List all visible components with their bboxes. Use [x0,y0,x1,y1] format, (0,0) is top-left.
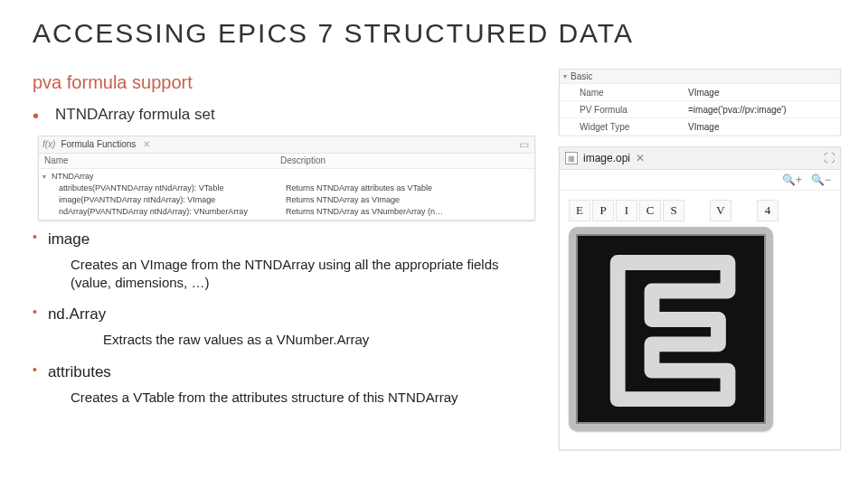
tile-spacer [686,200,708,221]
properties-section[interactable]: ▾ Basic [560,70,840,84]
formula-sig: attributes(PVANTNDArray ntNdArray): VTab… [42,183,286,194]
tile: E [569,200,590,221]
tile: P [592,200,614,221]
bullet-ndarray: nd.Array [48,305,539,325]
formula-tab-label[interactable]: Formula Functions [61,138,136,151]
col-desc[interactable]: Description [275,155,534,167]
opi-tab-label[interactable]: image.opi [583,152,630,164]
page-title: ACCESSING EPICS 7 STRUCTURED DATA [33,18,634,49]
formula-row[interactable]: attributes(PVANTNDArray ntNdArray): VTab… [42,183,534,194]
opi-stage: E P I C S V 4 [560,191,840,449]
property-row[interactable]: Widget Type VImage [560,118,840,136]
property-row[interactable]: PV Formula =image('pva://pv:image') [560,101,840,118]
prop-key: PV Formula [560,105,688,115]
formula-ret: Returns NTNDArray attributes as VTable [286,183,534,194]
tile: S [663,200,684,221]
properties-panel: ▾ Basic Name VImage PV Formula =image('p… [559,69,841,136]
fx-icon: f(x) [42,138,55,151]
zoom-in-icon[interactable]: 🔍+ [782,174,802,186]
tile: I [616,200,637,221]
formula-row[interactable]: ndArray(PVANTNDArray ntNdArray): VNumber… [42,206,534,218]
properties-section-label: Basic [571,71,592,81]
formula-header: Name Description [39,154,534,169]
prop-val: VImage [688,122,840,132]
tile-spacer [733,200,755,221]
bullet-image: image [48,230,539,250]
tile-row: E P I C S V 4 [569,200,831,221]
letter-e-icon [576,234,766,424]
prop-key: Name [560,88,688,98]
opi-tabbar: ▦ image.opi ✕ ⛶ [560,147,840,170]
bullet-dot: • [33,230,37,245]
page-subtitle: pva formula support [33,72,193,93]
close-icon[interactable]: ✕ [636,152,645,164]
formula-ret: Returns NTNDArray as VNumberArray (n… [286,206,534,218]
bullet-attributes: attributes [48,362,539,383]
prop-val: =image('pva://pv:image') [688,105,840,115]
tile: C [639,200,661,221]
desc-image: Creates an VImage from the NTNDArray usi… [71,256,539,293]
close-icon[interactable]: ✕ [143,138,150,151]
tile: V [710,200,731,221]
formula-ret: Returns NTNDArray as VImage [286,194,534,206]
formula-tree: ▾ NTNDArray attributes(PVANTNDArray ntNd… [39,169,534,218]
formula-sig: image(PVANTNDArray ntNdArray): VImage [42,194,286,206]
image-preview-e [569,227,773,431]
slide: ACCESSING EPICS 7 STRUCTURED DATA pva fo… [0,0,868,488]
opi-panel: ▦ image.opi ✕ ⛶ 🔍+ 🔍− E P I C S V 4 [559,146,841,450]
bullet-dot: • [33,362,37,378]
bullet-main: NTNDArray formula set [55,105,539,126]
opi-toolbar: 🔍+ 🔍− [560,170,840,191]
zoom-out-icon[interactable]: 🔍− [811,174,831,186]
bullet-dot: • [33,105,39,127]
formula-tabbar: f(x) Formula Functions ✕ ▭ [39,136,534,154]
tile: 4 [757,200,778,221]
desc-attributes: Creates a VTable from the attributes str… [71,389,539,407]
formula-sig: ndArray(PVANTNDArray ntNdArray): VNumber… [42,206,286,218]
formula-row[interactable]: image(PVANTNDArray ntNdArray): VImage Re… [42,194,534,206]
maximize-icon[interactable]: ⛶ [824,152,835,164]
prop-key: Widget Type [560,122,688,132]
tree-expand-icon[interactable]: ▾ [42,171,52,183]
minimize-icon[interactable]: ▭ [519,137,529,152]
tree-expand-icon[interactable]: ▾ [563,72,567,80]
bullet-dot: • [33,305,37,320]
property-row[interactable]: Name VImage [560,84,840,101]
col-name[interactable]: Name [39,155,275,167]
formula-group[interactable]: NTNDArray [52,171,94,183]
desc-ndarray: Extracts the raw values as a VNumber.Arr… [103,331,539,349]
prop-val: VImage [688,88,840,98]
body-column: • NTNDArray formula set f(x) Formula Fun… [33,105,539,419]
opi-file-icon: ▦ [565,152,578,164]
formula-functions-panel: f(x) Formula Functions ✕ ▭ Name Descript… [38,136,535,221]
